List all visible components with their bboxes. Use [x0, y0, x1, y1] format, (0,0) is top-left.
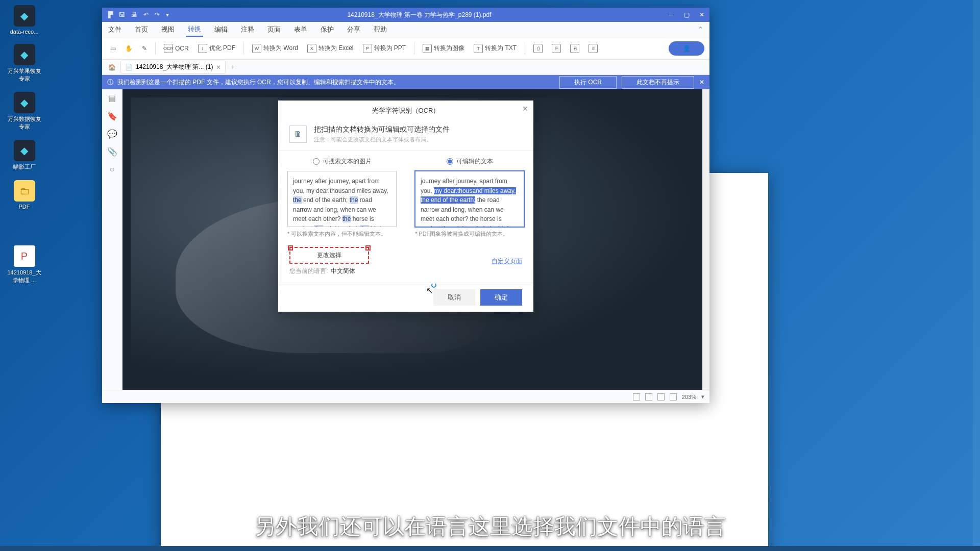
app-icon: ◆: [14, 5, 35, 27]
menu-comment[interactable]: 注释: [239, 23, 256, 36]
preview-editable: journey after journey, apart from you, m…: [415, 171, 524, 227]
desktop-icon-recoverit-ios[interactable]: ◆万兴苹果恢复专家: [5, 44, 43, 83]
pdf-icon: P: [14, 245, 35, 267]
dialog-heading: 把扫描的文档转换为可编辑或可选择的文件: [314, 125, 450, 134]
desktop-icon-pdf-file[interactable]: P14210918_大学物理 ...: [5, 245, 43, 284]
save-icon[interactable]: 🖫: [119, 11, 125, 18]
side-panel: ▤ 🔖 💬 📎 ○: [102, 89, 122, 390]
cancel-button[interactable]: 取消: [433, 289, 475, 306]
info-icon: ⓘ: [107, 78, 113, 87]
tool-to-txt[interactable]: T转换为 TXT: [471, 42, 520, 55]
menu-view[interactable]: 视图: [159, 23, 177, 36]
menu-share[interactable]: 分享: [345, 23, 362, 36]
minimize-button[interactable]: ─: [664, 8, 679, 22]
tool-ocr[interactable]: OCROCR: [161, 42, 192, 55]
tool-to-excel[interactable]: X转换为 Excel: [304, 42, 357, 55]
search-icon[interactable]: ○: [110, 165, 115, 174]
edit-icon: ✎: [142, 45, 147, 52]
tool-icon: ⎘: [552, 44, 561, 53]
desktop-icon-recoverit[interactable]: ◆万兴数据恢复专家: [5, 92, 43, 131]
menu-home[interactable]: 首页: [133, 23, 150, 36]
video-subtitle: 另外我们还可以在语言这里选择我们文件中的语言: [0, 512, 980, 541]
collapse-ribbon-icon[interactable]: ⌃: [696, 23, 705, 35]
user-button[interactable]: 👤: [669, 41, 704, 56]
comments-icon[interactable]: 💬: [107, 129, 117, 139]
document-tab[interactable]: 📄 14210918_大学物理 第... (1) ✕: [120, 61, 226, 73]
ok-button[interactable]: 确定: [480, 289, 522, 306]
zoom-dropdown-icon[interactable]: ▾: [701, 393, 704, 400]
close-button[interactable]: ✕: [694, 8, 709, 22]
menu-help[interactable]: 帮助: [372, 23, 389, 36]
redo-icon[interactable]: ↷: [155, 11, 160, 18]
statusbar: 203% ▾: [102, 390, 709, 403]
exec-ocr-button[interactable]: 执行 OCR: [559, 76, 617, 89]
menu-edit[interactable]: 编辑: [212, 23, 230, 36]
desktop-icon-datareco[interactable]: ◆data-reco...: [5, 5, 43, 35]
custom-pages-link[interactable]: 自定义页面: [492, 257, 522, 266]
tool-icon: ⎙: [533, 44, 543, 53]
tool-to-ppt[interactable]: P转换为 PPT: [360, 42, 409, 55]
ocr-doc-icon: 🗎: [289, 126, 307, 143]
icon-label: 万兴苹果恢复专家: [5, 67, 43, 83]
tool-label: OCR: [175, 45, 189, 52]
tool-optimize[interactable]: ↕优化 PDF: [195, 42, 238, 55]
tab-add-button[interactable]: ＋: [230, 63, 236, 71]
tool-extra-2[interactable]: ⎘: [549, 42, 564, 55]
ocr-notice-bar: ⓘ我们检测到这是一个扫描的 PDF 文件，建议您执行 OCR，您可以复制、编辑和…: [102, 75, 709, 89]
change-language-button[interactable]: 更改选择: [289, 247, 369, 264]
word-icon: W: [252, 44, 261, 53]
taskbar[interactable]: [0, 546, 980, 551]
menubar: 文件 首页 视图 转换 编辑 注释 页面 表单 保护 分享 帮助 ⌃: [102, 22, 709, 37]
print-icon[interactable]: 🖶: [131, 11, 137, 18]
tab-home-icon[interactable]: 🏠: [106, 62, 117, 73]
tool-label: 转换为 PPT: [374, 44, 406, 53]
doc-icon: 📄: [125, 64, 133, 71]
titlebar[interactable]: ▛ 🖫 🖶 ↶ ↷ ▾ 14210918_大学物理 第一卷 力学与热学_p289…: [102, 8, 709, 22]
vertical-scrollbar[interactable]: [702, 89, 709, 390]
maximize-button[interactable]: ▢: [679, 8, 694, 22]
option-searchable[interactable]: 可搜索文本的图片: [287, 157, 397, 166]
undo-icon[interactable]: ↶: [143, 11, 149, 18]
tab-close-icon[interactable]: ✕: [216, 64, 221, 71]
app-icon: ◆: [14, 92, 35, 113]
option-editable[interactable]: 可编辑的文本: [415, 157, 524, 166]
tool-select[interactable]: ▭: [107, 43, 119, 54]
desktop-icon-pdf-folder[interactable]: 🗀PDF: [5, 180, 43, 210]
app-logo-icon[interactable]: ▛: [108, 11, 113, 18]
tool-extra-1[interactable]: ⎙: [530, 42, 546, 55]
menu-convert[interactable]: 转换: [186, 22, 203, 37]
mouse-cursor: ↖: [426, 286, 433, 295]
app-icon: ◆: [14, 140, 35, 161]
view-mode-3[interactable]: [657, 393, 665, 400]
desktop-icon-filmora[interactable]: ◆喵影工厂: [5, 140, 43, 171]
notice-close-icon[interactable]: ✕: [699, 79, 704, 86]
dismiss-notice-button[interactable]: 此文档不再提示: [622, 76, 694, 89]
tool-label: 转换为 Excel: [318, 44, 354, 53]
dialog-title: 光学字符识别（OCR） ✕: [278, 101, 533, 121]
tool-label: 转换为 Word: [263, 44, 298, 53]
notice-text: 我们检测到这是一个扫描的 PDF 文件，建议您执行 OCR，您可以复制、编辑和搜…: [117, 78, 400, 87]
tool-extra-4[interactable]: ⎚: [585, 42, 601, 55]
view-mode-4[interactable]: [670, 393, 677, 400]
tool-to-word[interactable]: W转换为 Word: [249, 42, 301, 55]
view-mode-2[interactable]: [645, 393, 652, 400]
menu-page[interactable]: 页面: [265, 23, 283, 36]
dialog-close-icon[interactable]: ✕: [522, 105, 528, 113]
tool-edit[interactable]: ✎: [139, 43, 150, 54]
quickbar-more-icon[interactable]: ▾: [166, 11, 169, 18]
menu-protect[interactable]: 保护: [318, 23, 336, 36]
ppt-icon: P: [363, 44, 372, 53]
icon-label: 喵影工厂: [13, 163, 36, 171]
menu-form[interactable]: 表单: [292, 23, 309, 36]
folder-icon: 🗀: [14, 180, 35, 202]
tool-to-image[interactable]: ▦转换为图像: [420, 42, 468, 55]
attachments-icon[interactable]: 📎: [107, 147, 117, 157]
app-icon: ◆: [14, 44, 35, 65]
tool-hand[interactable]: ✋: [122, 43, 136, 54]
select-icon: ▭: [110, 45, 116, 52]
bookmarks-icon[interactable]: 🔖: [107, 111, 117, 121]
menu-file[interactable]: 文件: [106, 23, 124, 36]
view-mode-1[interactable]: [633, 393, 640, 400]
thumbnails-icon[interactable]: ▤: [108, 93, 116, 103]
tool-extra-3[interactable]: ⎗: [567, 42, 582, 55]
